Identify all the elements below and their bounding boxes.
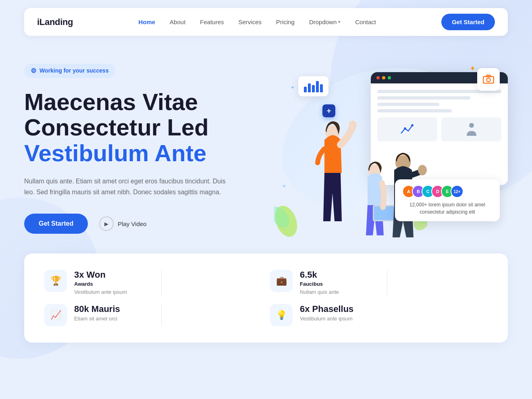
stat-title-2: 6.5k bbox=[300, 270, 339, 280]
navbar: iLanding Home About Features Services Pr… bbox=[24, 8, 508, 36]
person-icon bbox=[465, 121, 478, 137]
stat-subtitle-1: Awards bbox=[74, 281, 127, 287]
stat-desc-1: Vestibulum ante ipsum bbox=[74, 289, 127, 296]
chevron-down-icon: ▾ bbox=[338, 19, 341, 25]
nav-link-features[interactable]: Features bbox=[200, 19, 224, 25]
svg-point-4 bbox=[469, 123, 474, 128]
hero-title-line2: Consectetur Led bbox=[24, 114, 209, 140]
nav-cta-button[interactable]: Get Started bbox=[441, 14, 495, 30]
stats-section: 🏆 3x Won Awards Vestibulum ante ipsum 💼 … bbox=[24, 254, 508, 343]
stat-item-faucibus: 💼 6.5k Faucibus Nullam quis ante bbox=[270, 270, 375, 296]
stat-desc-3: Etiam sit amet orci bbox=[74, 315, 120, 322]
nav-link-home[interactable]: Home bbox=[138, 19, 155, 25]
gear-icon: ⚙ bbox=[31, 67, 36, 75]
stat-icon-wrap-1: 🏆 bbox=[44, 270, 67, 292]
stat-content-1: 3x Won Awards Vestibulum ante ipsum bbox=[74, 270, 127, 296]
stat-title-4: 6x Phasellus bbox=[300, 304, 353, 314]
window-dot-green bbox=[388, 76, 391, 79]
float-chart-card bbox=[298, 76, 328, 96]
stat-item-mauris: 📈 80k Mauris Etiam sit amet orci bbox=[44, 304, 149, 326]
svg-point-8 bbox=[349, 121, 357, 130]
trophy-icon: 🏆 bbox=[50, 276, 61, 286]
hero-actions: Get Started ▶ Play Video bbox=[24, 214, 250, 234]
avatar-plus: 12+ bbox=[451, 185, 463, 198]
stat-desc-4: Vestibulum ante ipsum bbox=[300, 315, 353, 322]
nav-link-about[interactable]: About bbox=[170, 19, 185, 25]
stat-subtitle-2: Faucibus bbox=[300, 281, 339, 287]
nav-item-home[interactable]: Home bbox=[138, 19, 155, 26]
sparkle-icon-2: ✦ bbox=[290, 84, 295, 91]
svg-point-1 bbox=[486, 78, 490, 82]
stat-content-4: 6x Phasellus Vestibulum ante ipsum bbox=[300, 304, 353, 322]
stat-icon-wrap-2: 💼 bbox=[270, 270, 293, 292]
window-dot-yellow bbox=[382, 76, 385, 79]
bar-chart-icon bbox=[304, 80, 323, 92]
float-camera-card bbox=[477, 68, 500, 91]
hero-badge-text: Working for your success bbox=[39, 67, 109, 74]
nav-item-contact[interactable]: Contact bbox=[355, 19, 376, 26]
nav-item-services[interactable]: Services bbox=[239, 19, 262, 26]
hero-title-line1: Maecenas Vitae bbox=[24, 89, 198, 115]
nav-link-contact[interactable]: Contact bbox=[355, 19, 376, 25]
stat-icon-wrap-4: 💡 bbox=[270, 304, 293, 326]
window-dot-red bbox=[376, 76, 380, 79]
nav-item-dropdown[interactable]: Dropdown ▾ bbox=[309, 19, 341, 25]
nav-item-pricing[interactable]: Pricing bbox=[276, 19, 295, 26]
nav-logo: iLanding bbox=[37, 17, 73, 27]
stat-divider-3 bbox=[161, 304, 162, 326]
nav-dropdown-label: Dropdown bbox=[309, 19, 337, 25]
social-proof-desc: consectetur adipiscing elit bbox=[420, 209, 475, 215]
chart-icon: 📈 bbox=[50, 310, 61, 320]
social-proof-count: 12,000+ lorem ipsum dolor sit amet bbox=[409, 202, 485, 208]
briefcase-icon: 💼 bbox=[276, 276, 287, 286]
nav-links: Home About Features Services Pricing Dro… bbox=[138, 19, 376, 26]
social-proof-card: A B C D E 12+ 12,000+ lorem ipsum dolor … bbox=[395, 179, 500, 221]
social-proof-text: 12,000+ lorem ipsum dolor sit amet conse… bbox=[402, 201, 493, 216]
add-badge: + bbox=[322, 104, 335, 117]
svg-point-13 bbox=[418, 165, 427, 175]
nav-item-features[interactable]: Features bbox=[200, 19, 224, 26]
hero-cta-button[interactable]: Get Started bbox=[24, 214, 88, 234]
hero-section: ⚙ Working for your success Maecenas Vita… bbox=[24, 36, 508, 254]
sparkle-icon-1: ✦ bbox=[470, 64, 476, 73]
avatars-row: A B C D E 12+ bbox=[402, 185, 493, 198]
stat-content-3: 80k Mauris Etiam sit amet orci bbox=[74, 304, 120, 322]
nav-link-pricing[interactable]: Pricing bbox=[276, 19, 295, 25]
stat-desc-2: Nullam quis ante bbox=[300, 289, 339, 296]
stat-item-phasellus: 💡 6x Phasellus Vestibulum ante ipsum bbox=[270, 304, 375, 326]
stat-content-2: 6.5k Faucibus Nullam quis ante bbox=[300, 270, 339, 296]
dashboard-block-2 bbox=[441, 117, 501, 141]
play-icon: ▶ bbox=[99, 216, 114, 231]
nav-dropdown-toggle[interactable]: Dropdown ▾ bbox=[309, 19, 341, 25]
stat-divider-1 bbox=[161, 270, 162, 296]
stat-title-3: 80k Mauris bbox=[74, 304, 120, 314]
stat-icon-wrap-3: 📈 bbox=[44, 304, 67, 326]
hero-title: Maecenas Vitae Consectetur Led Vestibulu… bbox=[24, 89, 250, 166]
nav-item-about[interactable]: About bbox=[170, 19, 185, 26]
hero-illustration-area: ✦ ✦ ✦ ✦ bbox=[274, 60, 508, 237]
hero-title-line3: Vestibulum Ante bbox=[24, 140, 206, 166]
stat-title-1: 3x Won bbox=[74, 270, 127, 280]
hero-description: Nullam quis ante. Etiam sit amet orci eg… bbox=[24, 176, 226, 197]
stat-divider-2 bbox=[387, 270, 387, 296]
camera-icon bbox=[483, 74, 494, 85]
hero-content: ⚙ Working for your success Maecenas Vita… bbox=[24, 64, 250, 234]
stat-item-awards: 🏆 3x Won Awards Vestibulum ante ipsum bbox=[44, 270, 149, 296]
play-video-label: Play Video bbox=[118, 220, 146, 227]
play-video-button[interactable]: ▶ Play Video bbox=[99, 216, 146, 231]
nav-link-services[interactable]: Services bbox=[239, 19, 262, 25]
bulb-icon: 💡 bbox=[276, 310, 287, 320]
hero-badge: ⚙ Working for your success bbox=[24, 64, 115, 78]
